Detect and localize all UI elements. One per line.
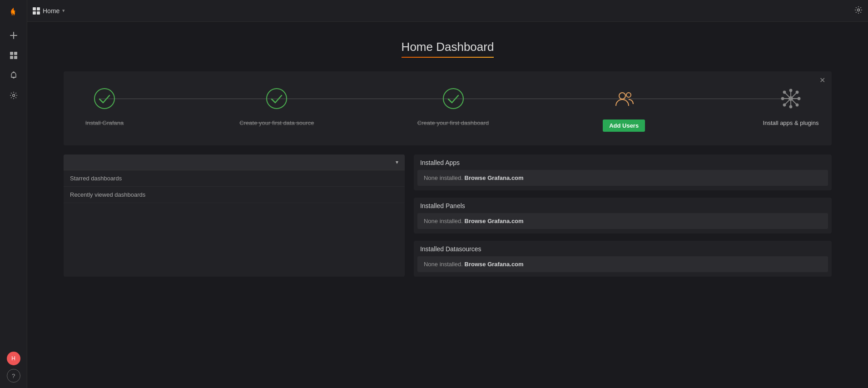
svg-point-21 [798,98,800,100]
installed-panels-box: None installed. Browse Grafana.com [417,213,828,229]
installed-datasources-section: Installed Datasources None installed. Br… [414,241,832,277]
svg-point-7 [858,9,860,11]
starred-dashboards-item[interactable]: Starred dashboards [64,170,405,187]
home-label: Home [43,7,60,15]
step-create-dashboard: Create your first dashboard [417,85,489,126]
installed-apps-box: None installed. Browse Grafana.com [417,170,828,186]
svg-point-8 [94,89,114,109]
svg-point-12 [626,93,631,97]
sidebar-settings-icon[interactable] [5,86,23,104]
step-5-label: Install apps & plugins [763,119,819,126]
help-button[interactable]: ? [7,369,20,383]
step-install-plugins: Install apps & plugins [759,85,823,126]
setup-panel: ✕ Install Grafana [64,71,832,145]
installed-panels-section: Installed Panels None installed. Browse … [414,198,832,234]
help-char: ? [12,373,15,379]
installed-apps-section: Installed Apps None installed. Browse Gr… [414,154,832,190]
grafana-logo[interactable] [5,4,23,22]
dropdown-arrow: ▾ [62,8,65,14]
svg-point-10 [443,89,463,109]
svg-rect-1 [10,52,13,55]
dashboards-panel: ▾ Starred dashboards Recently viewed das… [64,154,405,277]
content-area: Home Dashboard ✕ Install Grafana [27,22,868,388]
main-area: Home ▾ Home Dashboard ✕ [27,0,868,388]
installed-datasources-box: None installed. Browse Grafana.com [417,256,828,272]
dashboards-dropdown-arrow: ▾ [396,159,398,165]
panels-none-text: None installed. [424,218,463,224]
starred-label: Starred dashboards [70,175,122,182]
svg-point-24 [796,91,799,94]
svg-rect-4 [14,56,17,59]
apps-none-text: None installed. [424,174,463,181]
dashboards-dropdown-header[interactable]: ▾ [64,154,405,170]
installed-apps-title: Installed Apps [414,154,832,170]
apps-browse-link[interactable]: Browse Grafana.com [465,174,524,181]
avatar-initial: H [11,355,15,362]
svg-point-20 [782,98,784,100]
page-title-area: Home Dashboard [27,22,868,71]
svg-rect-3 [10,56,13,59]
datasources-none-text: None installed. [424,261,463,268]
installed-datasources-title: Installed Datasources [414,241,832,256]
right-panels: Installed Apps None installed. Browse Gr… [414,154,832,277]
page-title: Home Dashboard [402,40,494,58]
step-5-plugins-icon [777,85,804,112]
svg-point-18 [790,90,792,92]
sidebar-alerts-icon[interactable] [5,66,23,85]
svg-point-11 [619,93,625,99]
topbar: Home ▾ [27,0,868,22]
step-create-datasource: Create your first data source [239,85,314,126]
svg-rect-2 [14,52,17,55]
grid-icon [33,7,40,15]
step-2-label: Create your first data source [239,119,314,126]
svg-point-23 [796,104,799,106]
recently-viewed-label: Recently viewed dashboards [70,191,145,198]
step-3-label: Create your first dashboard [417,119,489,126]
user-avatar[interactable]: H [7,352,20,365]
datasources-browse-link[interactable]: Browse Grafana.com [465,261,524,268]
setup-steps: Install Grafana Create your first data s… [73,85,823,132]
bottom-area: ▾ Starred dashboards Recently viewed das… [64,154,832,277]
step-1-label: Install Grafana [85,119,124,126]
svg-point-9 [267,89,287,109]
svg-point-22 [784,91,786,94]
add-users-button[interactable]: Add Users [603,119,645,132]
setup-close-button[interactable]: ✕ [819,76,825,85]
step-3-check-icon [440,85,467,112]
svg-point-19 [790,106,792,108]
sidebar-add-icon[interactable] [5,26,23,45]
step-2-check-icon [263,85,290,112]
step-4-users-icon [610,85,638,112]
step-add-users: Add Users [592,85,656,132]
sidebar: H ? [0,0,27,388]
panels-browse-link[interactable]: Browse Grafana.com [465,218,524,224]
sidebar-dashboards-icon[interactable] [5,46,23,65]
step-1-check-icon [91,85,118,112]
settings-gear-icon[interactable] [854,6,863,16]
installed-panels-title: Installed Panels [414,198,832,213]
svg-point-5 [13,72,14,73]
svg-point-6 [12,95,15,97]
svg-point-25 [784,104,786,106]
step-install-grafana: Install Grafana [73,85,136,126]
recently-viewed-dashboards-item[interactable]: Recently viewed dashboards [64,187,405,203]
home-menu[interactable]: Home ▾ [33,7,65,15]
